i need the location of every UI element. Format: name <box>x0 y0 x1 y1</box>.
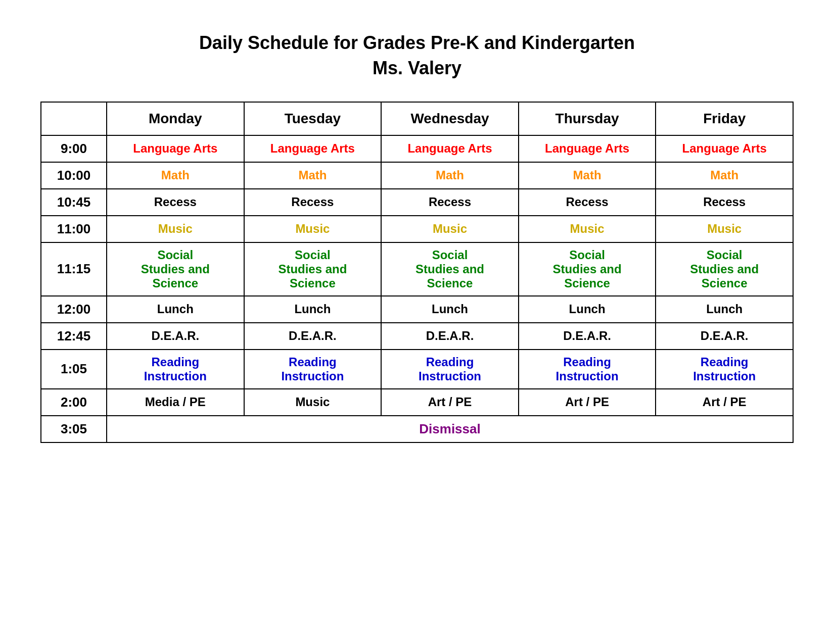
time-cell: 12:00 <box>41 296 107 323</box>
subject-cell: Lunch <box>519 296 656 323</box>
subject-cell: ReadingInstruction <box>107 350 244 389</box>
time-cell: 10:00 <box>41 162 107 189</box>
subject-cell: Lunch <box>656 296 793 323</box>
time-cell: 2:00 <box>41 389 107 416</box>
subject-cell: ReadingInstruction <box>656 350 793 389</box>
subject-cell: Music <box>244 389 382 416</box>
subject-cell: Lunch <box>107 296 244 323</box>
time-cell: 11:15 <box>41 242 107 296</box>
subject-cell: Recess <box>519 189 656 216</box>
subject-cell: SocialStudies andScience <box>656 242 793 296</box>
subject-cell: SocialStudies andScience <box>107 242 244 296</box>
subject-cell: Math <box>244 162 382 189</box>
subject-cell: Language Arts <box>107 135 244 162</box>
table-row: 12:45D.E.A.R.D.E.A.R.D.E.A.R.D.E.A.R.D.E… <box>41 323 793 350</box>
time-cell: 10:45 <box>41 189 107 216</box>
table-row: 1:05ReadingInstructionReadingInstruction… <box>41 350 793 389</box>
time-cell: 1:05 <box>41 350 107 389</box>
subject-cell: SocialStudies andScience <box>519 242 656 296</box>
table-row: 11:00MusicMusicMusicMusicMusic <box>41 216 793 242</box>
subject-cell: Music <box>381 216 519 242</box>
subject-cell: SocialStudies andScience <box>381 242 519 296</box>
title-line2: Ms. Valery <box>199 56 635 81</box>
subject-cell: Art / PE <box>381 389 519 416</box>
subject-cell: Math <box>656 162 793 189</box>
table-row: 2:00Media / PEMusicArt / PEArt / PEArt /… <box>41 389 793 416</box>
header-monday: Monday <box>107 102 244 135</box>
subject-cell: Recess <box>381 189 519 216</box>
header-row: Monday Tuesday Wednesday Thursday Friday <box>41 102 793 135</box>
subject-cell: Media / PE <box>107 389 244 416</box>
subject-cell: Music <box>656 216 793 242</box>
time-cell: 12:45 <box>41 323 107 350</box>
header-friday: Friday <box>656 102 793 135</box>
dismissal-cell: Dismissal <box>107 416 793 442</box>
subject-cell: ReadingInstruction <box>244 350 382 389</box>
table-row: 3:05Dismissal <box>41 416 793 442</box>
subject-cell: SocialStudies andScience <box>244 242 382 296</box>
page-container: Daily Schedule for Grades Pre-K and Kind… <box>40 30 794 443</box>
subject-cell: ReadingInstruction <box>381 350 519 389</box>
subject-cell: Language Arts <box>656 135 793 162</box>
subject-cell: Music <box>519 216 656 242</box>
subject-cell: Language Arts <box>519 135 656 162</box>
table-row: 9:00Language ArtsLanguage ArtsLanguage A… <box>41 135 793 162</box>
subject-cell: Recess <box>107 189 244 216</box>
subject-cell: Math <box>107 162 244 189</box>
header-time <box>41 102 107 135</box>
subject-cell: Recess <box>244 189 382 216</box>
header-tuesday: Tuesday <box>244 102 382 135</box>
time-cell: 9:00 <box>41 135 107 162</box>
subject-cell: D.E.A.R. <box>107 323 244 350</box>
subject-cell: D.E.A.R. <box>519 323 656 350</box>
subject-cell: Math <box>519 162 656 189</box>
subject-cell: D.E.A.R. <box>656 323 793 350</box>
subject-cell: Art / PE <box>656 389 793 416</box>
subject-cell: Music <box>244 216 382 242</box>
subject-cell: Math <box>381 162 519 189</box>
subject-cell: Lunch <box>244 296 382 323</box>
subject-cell: Recess <box>656 189 793 216</box>
title-line1: Daily Schedule for Grades Pre-K and Kind… <box>199 30 635 56</box>
subject-cell: Music <box>107 216 244 242</box>
table-row: 10:00MathMathMathMathMath <box>41 162 793 189</box>
schedule-table: Monday Tuesday Wednesday Thursday Friday… <box>40 102 794 443</box>
page-title: Daily Schedule for Grades Pre-K and Kind… <box>199 30 635 81</box>
time-cell: 3:05 <box>41 416 107 442</box>
table-row: 10:45RecessRecessRecessRecessRecess <box>41 189 793 216</box>
header-thursday: Thursday <box>519 102 656 135</box>
subject-cell: D.E.A.R. <box>381 323 519 350</box>
subject-cell: Lunch <box>381 296 519 323</box>
header-wednesday: Wednesday <box>381 102 519 135</box>
subject-cell: Language Arts <box>244 135 382 162</box>
subject-cell: Art / PE <box>519 389 656 416</box>
table-row: 11:15SocialStudies andScienceSocialStudi… <box>41 242 793 296</box>
subject-cell: ReadingInstruction <box>519 350 656 389</box>
time-cell: 11:00 <box>41 216 107 242</box>
subject-cell: D.E.A.R. <box>244 323 382 350</box>
subject-cell: Language Arts <box>381 135 519 162</box>
table-row: 12:00LunchLunchLunchLunchLunch <box>41 296 793 323</box>
